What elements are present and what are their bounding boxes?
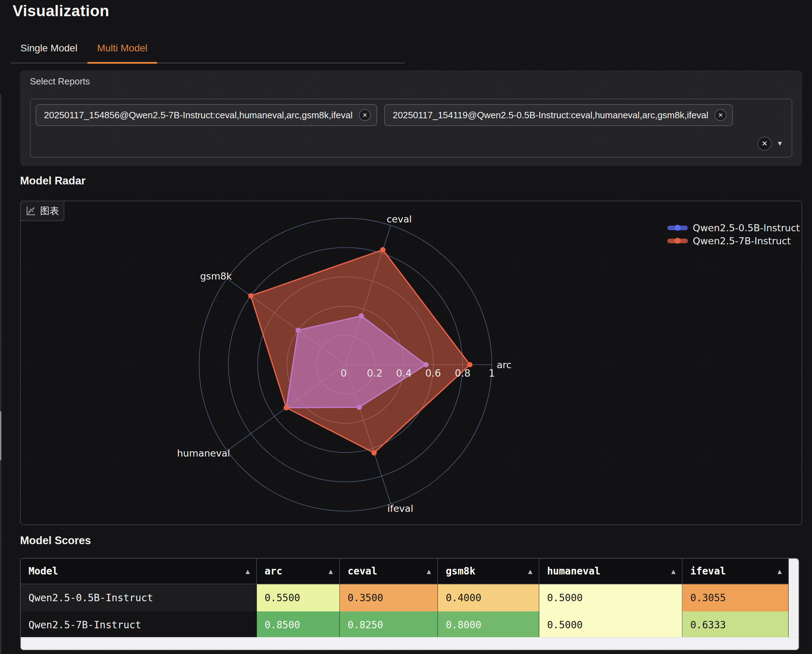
page-title: Visualization bbox=[13, 2, 110, 20]
radar-chart[interactable]: 0 0.2 0.4 0.6 0.8 1 arc ceval gsm8k huma… bbox=[21, 201, 801, 524]
radar-data-point[interactable] bbox=[359, 313, 364, 319]
radar-data-point[interactable] bbox=[371, 450, 377, 455]
select-reports-panel: Select Reports 20250117_154856@Qwen2.5-7… bbox=[20, 70, 802, 166]
report-chip[interactable]: 20250117_154856@Qwen2.5-7B-Instruct:ceva… bbox=[35, 104, 377, 126]
score-cell-humaneval: 0.5000 bbox=[539, 584, 682, 611]
svg-text:0.2: 0.2 bbox=[367, 367, 383, 379]
tab-multi-model-indicator bbox=[87, 62, 157, 64]
chip-remove-icon[interactable]: ✕ bbox=[714, 109, 727, 121]
table-header-row: Model ▲ arc ▲ ceval ▲ gsm8k ▲ humaneval … bbox=[21, 559, 789, 584]
visualization-page: { "page": { "title": "Visualization" }, … bbox=[0, 0, 812, 654]
reports-multiselect[interactable]: 20250117_154856@Qwen2.5-7B-Instruct:ceva… bbox=[30, 99, 792, 158]
radar-data-point[interactable] bbox=[380, 247, 386, 252]
model-name-cell: Qwen2.5-7B-Instruct bbox=[21, 611, 257, 639]
sort-asc-icon[interactable]: ▲ bbox=[777, 567, 782, 576]
table-row[interactable]: Qwen2.5-0.5B-Instruct 0.5500 0.3500 0.40… bbox=[21, 584, 789, 611]
svg-text:ceval: ceval bbox=[387, 214, 412, 225]
score-cell-arc: 0.8500 bbox=[257, 611, 340, 639]
clear-all-icon[interactable]: ✕ bbox=[757, 137, 772, 151]
page-scrollbar-track[interactable] bbox=[0, 94, 2, 654]
sort-asc-icon[interactable]: ▲ bbox=[246, 567, 250, 576]
svg-text:humaneval: humaneval bbox=[177, 448, 230, 458]
column-header-humaneval[interactable]: humaneval ▲ bbox=[539, 559, 682, 584]
multiselect-controls: ✕ ▼ bbox=[757, 137, 783, 151]
svg-text:0.6: 0.6 bbox=[425, 367, 441, 379]
svg-text:ifeval: ifeval bbox=[387, 503, 414, 514]
sort-asc-icon[interactable]: ▲ bbox=[427, 567, 431, 576]
model-scores-heading: Model Scores bbox=[20, 534, 91, 547]
chip-remove-icon[interactable]: ✕ bbox=[359, 109, 371, 121]
svg-text:0: 0 bbox=[340, 367, 347, 379]
sort-asc-icon[interactable]: ▲ bbox=[328, 567, 333, 576]
tab-multi-model[interactable]: Multi Model bbox=[87, 34, 157, 63]
radar-chart-panel: 图表 Qwen2.5-0.5B-Instruct Qwen2.5-7B-Inst… bbox=[20, 201, 802, 525]
score-cell-ceval: 0.3500 bbox=[340, 584, 438, 611]
tab-single-model-label: Single Model bbox=[20, 43, 78, 54]
model-scores-table: Model ▲ arc ▲ ceval ▲ gsm8k ▲ humaneval … bbox=[20, 558, 799, 651]
score-cell-humaneval: 0.5000 bbox=[539, 611, 682, 639]
selected-report-chips: 20250117_154856@Qwen2.5-7B-Instruct:ceva… bbox=[35, 104, 787, 126]
score-cell-ceval: 0.8250 bbox=[340, 611, 438, 639]
table-vertical-scrollbar[interactable] bbox=[789, 559, 799, 639]
sort-asc-icon[interactable]: ▲ bbox=[528, 567, 532, 576]
table-horizontal-scrollbar[interactable] bbox=[21, 637, 799, 650]
report-chip[interactable]: 20250117_154119@Qwen2.5-0.5B-Instruct:ce… bbox=[384, 104, 733, 126]
tab-single-model[interactable]: Single Model bbox=[11, 34, 87, 63]
radar-series-layer bbox=[248, 247, 473, 455]
score-cell-ifeval: 0.3055 bbox=[682, 584, 789, 611]
svg-text:0.8: 0.8 bbox=[455, 367, 471, 379]
svg-text:arc: arc bbox=[497, 359, 511, 370]
svg-text:gsm8k: gsm8k bbox=[200, 271, 232, 281]
page-scrollbar-thumb[interactable] bbox=[0, 411, 2, 460]
tab-multi-model-label: Multi Model bbox=[97, 43, 147, 54]
svg-text:1: 1 bbox=[489, 367, 495, 379]
report-chip-text: 20250117_154856@Qwen2.5-7B-Instruct:ceva… bbox=[44, 110, 353, 121]
score-cell-gsm8k: 0.8000 bbox=[438, 611, 539, 639]
select-reports-label: Select Reports bbox=[30, 76, 90, 87]
score-cell-ifeval: 0.6333 bbox=[682, 611, 789, 639]
score-cell-arc: 0.5500 bbox=[257, 584, 340, 611]
radar-data-point[interactable] bbox=[284, 405, 289, 410]
tab-single-model-indicator bbox=[11, 62, 87, 64]
radar-data-point[interactable] bbox=[423, 362, 429, 367]
radar-data-point[interactable] bbox=[296, 328, 301, 333]
model-name-cell: Qwen2.5-0.5B-Instruct bbox=[21, 584, 257, 611]
tab-nav: Single Model Multi Model bbox=[11, 34, 404, 63]
sort-asc-icon[interactable]: ▲ bbox=[671, 567, 676, 576]
column-header-arc[interactable]: arc ▲ bbox=[257, 559, 340, 584]
radar-data-point[interactable] bbox=[357, 405, 362, 410]
radar-data-point[interactable] bbox=[248, 293, 253, 298]
column-header-model[interactable]: Model ▲ bbox=[21, 559, 257, 584]
report-chip-text: 20250117_154119@Qwen2.5-0.5B-Instruct:ce… bbox=[393, 110, 708, 121]
column-header-gsm8k[interactable]: gsm8k ▲ bbox=[438, 559, 539, 584]
svg-text:0.4: 0.4 bbox=[396, 367, 412, 379]
chevron-down-icon[interactable]: ▼ bbox=[777, 140, 783, 147]
table-row[interactable]: Qwen2.5-7B-Instruct 0.8500 0.8250 0.8000… bbox=[21, 611, 789, 639]
radar-data-point[interactable] bbox=[467, 362, 473, 367]
column-header-ceval[interactable]: ceval ▲ bbox=[340, 559, 438, 584]
model-radar-heading: Model Radar bbox=[20, 174, 85, 187]
score-cell-gsm8k: 0.4000 bbox=[438, 584, 539, 611]
column-header-ifeval[interactable]: ifeval ▲ bbox=[682, 559, 789, 584]
